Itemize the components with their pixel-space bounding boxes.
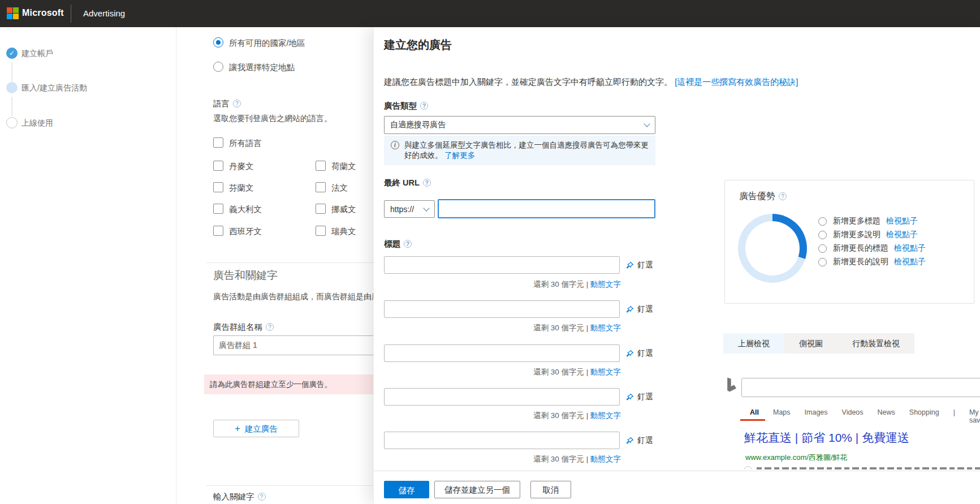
checkbox-norwegian-label: 挪威文 (331, 204, 356, 215)
save-button[interactable]: 儲存 (384, 481, 429, 498)
headline-input-1[interactable] (384, 256, 620, 274)
pin-label: 釘選 (637, 436, 653, 446)
view-ideas-link[interactable]: 檢視點子 (886, 216, 918, 226)
serp-nav-videos[interactable]: Videos (842, 408, 864, 424)
topbar-divider (71, 5, 71, 23)
headline-counter-2: 還剩 30 個字元 | 動態文字 (384, 323, 621, 333)
stepper-item-create-account[interactable]: 建立帳戶 (21, 49, 53, 59)
protocol-dropdown[interactable]: https:// (384, 200, 435, 218)
checkbox-swedish-label: 瑞典文 (331, 226, 356, 237)
tab-top-view[interactable]: 上層檢視 (723, 333, 784, 354)
view-ideas-link[interactable]: 檢視點子 (894, 243, 926, 253)
create-ad-button[interactable]: +建立廣告 (213, 420, 299, 437)
headline-label: 標題? (384, 239, 412, 249)
cancel-button[interactable]: 取消 (530, 481, 571, 498)
serp-nav-my-saves[interactable]: My sav (969, 408, 980, 424)
suggestion-radio[interactable] (818, 217, 827, 226)
checkbox-all-languages[interactable] (213, 137, 223, 148)
serp-nav-all[interactable]: All (750, 408, 759, 424)
checkbox-norwegian[interactable] (316, 204, 326, 214)
section-divider (206, 485, 373, 486)
help-icon[interactable]: ? (258, 493, 266, 501)
serp-nav-maps[interactable]: Maps (773, 408, 791, 424)
pin-label: 釘選 (637, 348, 653, 359)
step-todo-icon (6, 117, 18, 128)
preview-search-input[interactable] (741, 378, 980, 397)
save-and-create-another-button[interactable]: 儲存並建立另一個 (434, 481, 520, 498)
view-ideas-link[interactable]: 檢視點子 (886, 230, 918, 240)
checkbox-swedish[interactable] (316, 226, 326, 236)
headline-counter-4: 還剩 30 個字元 | 動態文字 (384, 411, 621, 421)
step-connector (11, 62, 12, 81)
checkbox-dutch[interactable] (316, 161, 326, 171)
ads-keywords-description: 廣告活動是由廣告群組組成，而廣告群組是由廣 (213, 292, 373, 302)
pin-label: 釘選 (637, 304, 653, 315)
suggestion-add-descriptions: 新增更多說明 檢視點子 (818, 229, 918, 240)
serp-nav-shopping[interactable]: Shopping (909, 408, 939, 424)
ad-group-warning: 請為此廣告群組建立至少一個廣告。 (204, 374, 373, 394)
help-icon[interactable]: ? (423, 179, 431, 187)
chevron-down-icon (644, 120, 650, 127)
clipped-circle (744, 466, 752, 469)
ad-group-name-input[interactable] (213, 335, 373, 355)
stepper-item-go-live[interactable]: 上線使用 (21, 118, 53, 128)
help-icon[interactable]: ? (266, 323, 274, 331)
headline-counter-3: 還剩 30 個字元 | 動態文字 (384, 367, 621, 377)
help-icon[interactable]: ? (420, 102, 428, 110)
brand-name: Microsoft (22, 8, 64, 18)
stepper-item-import-create-campaign[interactable]: 匯入/建立廣告活動 (21, 83, 87, 93)
headline-input-2[interactable] (384, 300, 620, 318)
suggestion-radio[interactable] (818, 244, 827, 253)
ad-type-dropdown[interactable]: 自適應搜尋廣告 (384, 116, 655, 134)
headline-input-4[interactable] (384, 388, 620, 406)
language-hint: 選取您要刊登廣告之網站的語言。 (213, 114, 332, 124)
help-icon[interactable]: ? (404, 240, 412, 248)
checkbox-danish[interactable] (213, 161, 223, 171)
tab-mobile-view[interactable]: 行動裝置檢視 (837, 333, 914, 354)
ad-type-label: 廣告類型? (384, 101, 428, 111)
product-name: Advertising (83, 8, 125, 18)
pin-headline-1[interactable]: 釘選 (625, 260, 653, 270)
help-icon[interactable]: ? (779, 192, 787, 200)
learn-more-link[interactable]: 了解更多 (444, 151, 475, 160)
suggestion-label: 新增更多標題 (833, 216, 880, 226)
checkbox-danish-label: 丹麥文 (229, 161, 254, 172)
serp-nav-news[interactable]: News (878, 408, 895, 424)
preview-ad-title[interactable]: 鮮花直送 | 節省 10% | 免費運送 (744, 430, 909, 446)
dynamic-text-link[interactable]: 動態文字 (590, 411, 621, 420)
tab-side-view[interactable]: 側視圖 (784, 333, 837, 354)
help-icon[interactable]: ? (233, 100, 241, 107)
checkbox-finnish[interactable] (213, 182, 223, 192)
dynamic-text-link[interactable]: 動態文字 (590, 280, 621, 288)
suggestion-longer-descriptions: 新增更長的說明 檢視點子 (818, 256, 926, 268)
radio-all-locations[interactable] (213, 37, 223, 48)
headline-input-3[interactable] (384, 344, 620, 362)
radio-choose-locations[interactable] (213, 62, 223, 72)
dynamic-text-link[interactable]: 動態文字 (590, 368, 621, 376)
checkbox-french-label: 法文 (331, 183, 348, 193)
preview-ad-url: www.example.com/西雅圖/鮮花 (745, 453, 848, 463)
checkbox-spanish[interactable] (213, 226, 223, 236)
step-connector (11, 97, 12, 116)
ad-tips-link[interactable]: [這裡是一些撰寫有效廣告的秘訣] (675, 77, 798, 87)
dynamic-text-link[interactable]: 動態文字 (590, 324, 621, 332)
pin-headline-2[interactable]: 釘選 (625, 304, 653, 315)
view-ideas-link[interactable]: 檢視點子 (894, 257, 926, 267)
suggestion-radio[interactable] (818, 258, 827, 266)
language-label: 語言? (213, 98, 241, 109)
headline-counter-5: 還剩 30 個字元 | 動態文字 (384, 454, 621, 464)
serp-nav-images[interactable]: Images (805, 408, 828, 424)
pin-headline-3[interactable]: 釘選 (625, 348, 653, 359)
ads-keywords-heading: 廣告和關鍵字 (213, 268, 278, 283)
headline-input-5[interactable] (384, 432, 620, 449)
ad-type-info-box: i 與建立多個延展型文字廣告相比，建立一個自適應搜尋廣告可為您帶來更好的成效。 … (384, 136, 655, 165)
pin-headline-4[interactable]: 釘選 (625, 392, 653, 402)
logo-square-yellow (13, 14, 19, 19)
suggestion-label: 新增更多說明 (833, 230, 880, 240)
checkbox-french[interactable] (316, 182, 326, 192)
final-url-input[interactable] (438, 199, 655, 218)
checkbox-italian[interactable] (213, 204, 223, 214)
pin-headline-5[interactable]: 釘選 (625, 436, 653, 446)
suggestion-radio[interactable] (818, 231, 827, 239)
dynamic-text-link[interactable]: 動態文字 (590, 455, 621, 463)
